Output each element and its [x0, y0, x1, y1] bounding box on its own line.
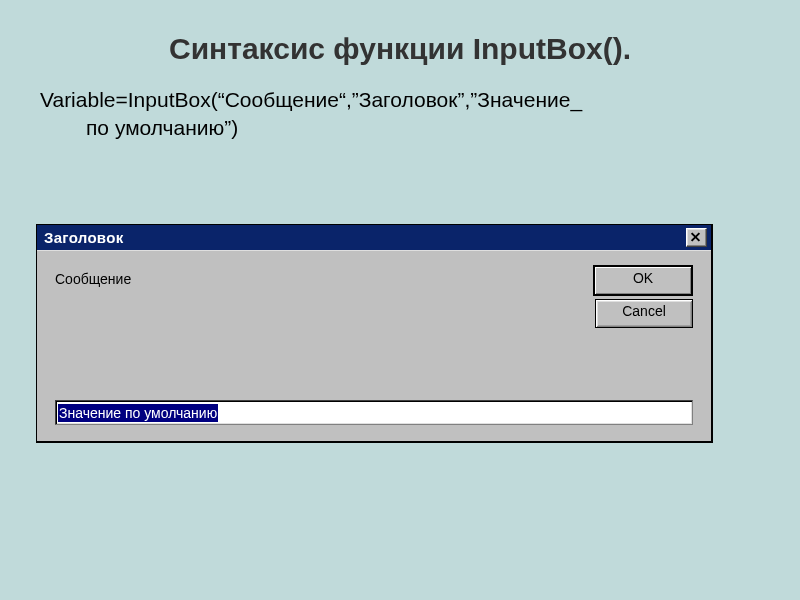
- message-label: Сообщение: [55, 271, 131, 287]
- ok-button[interactable]: OK: [593, 265, 693, 296]
- titlebar[interactable]: Заголовок: [37, 225, 711, 250]
- slide-title: Синтаксис функции InputBox().: [0, 0, 800, 80]
- cancel-button[interactable]: Cancel: [595, 299, 693, 328]
- close-icon[interactable]: [686, 228, 707, 247]
- code-line-1: Variable=InputBox(“Сообщение“,”Заголовок…: [40, 86, 760, 114]
- input-selected-text: Значение по умолчанию: [58, 404, 218, 422]
- code-line-2: по умолчанию”): [40, 114, 760, 142]
- inputbox-dialog: Заголовок Сообщение OK Cancel Значение п…: [36, 224, 710, 443]
- code-snippet: Variable=InputBox(“Сообщение“,”Заголовок…: [0, 80, 800, 143]
- titlebar-text: Заголовок: [44, 229, 123, 246]
- dialog-body: Сообщение OK Cancel Значение по умолчани…: [37, 250, 711, 441]
- value-input[interactable]: Значение по умолчанию: [55, 400, 693, 425]
- dialog-window: Заголовок Сообщение OK Cancel Значение п…: [36, 224, 713, 443]
